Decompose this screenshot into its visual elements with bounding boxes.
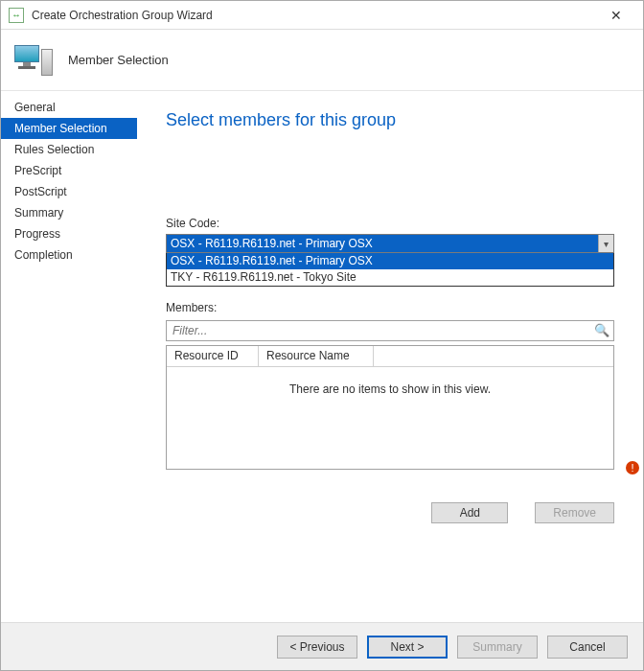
app-icon: ↔: [9, 8, 24, 23]
wizard-sidebar: General Member Selection Rules Selection…: [1, 91, 137, 624]
sidebar-step-prescript[interactable]: PreScript: [1, 160, 137, 181]
sidebar-step-member-selection[interactable]: Member Selection: [1, 118, 137, 139]
chevron-down-icon[interactable]: ▾: [598, 235, 613, 252]
members-filter[interactable]: 🔍: [166, 320, 614, 341]
sidebar-step-postscript[interactable]: PostScript: [1, 181, 137, 202]
members-label: Members:: [166, 301, 614, 314]
cancel-button[interactable]: Cancel: [547, 636, 628, 659]
site-code-dropdown-list: OSX - R6119.R6119.net - Primary OSX TKY …: [166, 253, 614, 287]
sidebar-step-progress[interactable]: Progress: [1, 223, 137, 244]
column-resource-name[interactable]: Resource Name: [259, 346, 374, 366]
previous-button[interactable]: < Previous: [277, 636, 357, 659]
titlebar: ↔ Create Orchestration Group Wizard ✕: [1, 1, 643, 30]
site-code-combobox[interactable]: OSX - R6119.R6119.net - Primary OSX ▾ OS…: [166, 234, 614, 253]
search-icon[interactable]: 🔍: [594, 323, 610, 337]
warning-icon: !: [626, 461, 639, 474]
sidebar-step-summary[interactable]: Summary: [1, 202, 137, 223]
wizard-footer: < Previous Next > Summary Cancel: [1, 622, 643, 670]
add-button[interactable]: Add: [431, 502, 508, 523]
filter-input[interactable]: [167, 321, 592, 340]
table-empty-message: There are no items to show in this view.: [167, 367, 613, 396]
sidebar-step-general[interactable]: General: [1, 97, 137, 118]
close-button[interactable]: ✕: [597, 1, 635, 30]
column-resource-id[interactable]: Resource ID: [167, 346, 259, 366]
site-code-selected[interactable]: OSX - R6119.R6119.net - Primary OSX: [166, 234, 614, 253]
remove-button: Remove: [535, 502, 614, 523]
members-table: Resource ID Resource Name There are no i…: [166, 345, 614, 470]
summary-button: Summary: [457, 636, 538, 659]
next-button[interactable]: Next >: [367, 636, 448, 659]
wizard-main: Select members for this group Site Code:…: [137, 91, 643, 624]
table-header: Resource ID Resource Name: [167, 346, 613, 367]
page-title: Select members for this group: [166, 110, 614, 130]
computer-icon: [14, 41, 53, 80]
sidebar-step-completion[interactable]: Completion: [1, 244, 137, 266]
wizard-header: Member Selection: [1, 30, 643, 91]
site-code-option[interactable]: OSX - R6119.R6119.net - Primary OSX: [167, 253, 613, 269]
wizard-step-title: Member Selection: [68, 53, 169, 67]
window-title: Create Orchestration Group Wizard: [32, 9, 597, 22]
site-code-option[interactable]: TKY - R6119.R6119.net - Tokyo Site: [167, 269, 613, 286]
site-code-label: Site Code:: [166, 217, 614, 230]
sidebar-step-rules-selection[interactable]: Rules Selection: [1, 139, 137, 160]
